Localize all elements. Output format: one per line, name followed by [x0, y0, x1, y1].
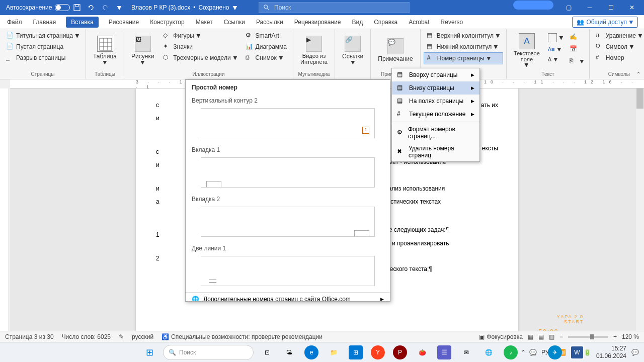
icons-button[interactable]: ✦Значки: [160, 41, 240, 52]
app-word[interactable]: W: [570, 345, 584, 359]
app-explorer[interactable]: 📁: [327, 345, 341, 359]
gallery-item-4[interactable]: [201, 256, 375, 286]
view-print-icon[interactable]: ▦: [528, 333, 533, 340]
undo-icon[interactable]: [84, 1, 98, 15]
word-count[interactable]: Число слов: 6025: [62, 333, 111, 340]
minimize-icon[interactable]: ─: [580, 1, 600, 15]
tab-acrobat[interactable]: Acrobat: [408, 17, 430, 28]
collapse-ribbon-icon[interactable]: ⌃: [636, 71, 641, 78]
pictures-button[interactable]: 🖼Рисунки⯆: [127, 30, 158, 70]
text-small-4[interactable]: ✍: [568, 32, 586, 42]
tab-mailings[interactable]: Рассылки: [255, 17, 284, 28]
footer-button[interactable]: ▤Нижний колонтитул⯆: [424, 41, 503, 52]
cover-page-button[interactable]: 📄Титульная страница⯆: [3, 30, 83, 41]
page-break-button[interactable]: ⎯Разрыв страницы: [3, 52, 83, 63]
tab-design[interactable]: Конструктор: [149, 17, 185, 28]
zoom-in-icon[interactable]: +: [613, 333, 617, 340]
tab-review[interactable]: Рецензирование: [293, 17, 342, 28]
tab-insert[interactable]: Вставка: [66, 17, 99, 28]
view-read-icon[interactable]: ▤: [538, 333, 544, 340]
tab-references[interactable]: Ссылки: [223, 17, 246, 28]
pn-top[interactable]: ▤Вверху страницы▶: [392, 68, 479, 81]
redo-icon[interactable]: [98, 1, 112, 15]
app-1[interactable]: 🌤: [282, 345, 296, 359]
window-mode-icon[interactable]: ▢: [558, 1, 579, 15]
app-p[interactable]: P: [393, 345, 407, 359]
textbox-button[interactable]: AТекстовое поле⯆: [510, 30, 544, 70]
smartart-button[interactable]: ⚙SmartArt: [243, 30, 290, 41]
pn-format[interactable]: ⚙Формат номеров страниц...: [392, 123, 479, 142]
taskbar-search[interactable]: 🔍Поиск: [163, 345, 254, 360]
equation-button[interactable]: πУравнение⯆: [593, 30, 644, 41]
app-store[interactable]: ⊞: [349, 345, 363, 359]
app-tomato[interactable]: 🍅: [415, 345, 429, 359]
gallery-more-office[interactable]: 🌐Дополнительные номера страниц с сайта O…: [186, 292, 390, 302]
gallery-item-3[interactable]: [201, 207, 375, 237]
video-button[interactable]: ▶Видео из Интернета: [296, 30, 332, 70]
tab-home[interactable]: Главная: [32, 17, 57, 28]
number-button[interactable]: #Номер: [593, 52, 644, 63]
language-indicator[interactable]: русский: [132, 333, 153, 340]
close-icon[interactable]: ✕: [622, 1, 642, 15]
share-button[interactable]: 👥 Общий доступ ⯆: [572, 17, 638, 28]
page-number-button[interactable]: #Номер страницы⯆: [424, 52, 503, 64]
scrollbar-vertical[interactable]: [636, 88, 644, 345]
spell-icon[interactable]: ✎: [119, 333, 124, 340]
gallery-item-2[interactable]: [201, 157, 375, 188]
tab-reverso[interactable]: Reverso: [440, 17, 464, 28]
pn-remove[interactable]: ✖Удалить номера страниц: [392, 142, 479, 161]
chart-button[interactable]: 📊Диаграмма: [243, 41, 290, 52]
app-chrome[interactable]: 🌐: [481, 345, 496, 359]
view-web-icon[interactable]: ▥: [549, 333, 554, 340]
tab-file[interactable]: Файл: [6, 17, 23, 28]
tab-view[interactable]: Вид: [351, 17, 364, 28]
table-button[interactable]: Таблица⯆: [89, 30, 121, 70]
app-telegram[interactable]: ✈: [548, 345, 562, 359]
tab-help[interactable]: Справка: [373, 17, 398, 28]
screenshot-button[interactable]: ⎙Снимок⯆: [243, 52, 290, 63]
title-dropdown-icon[interactable]: ⯆: [232, 5, 237, 11]
text-small-3[interactable]: A⯆: [546, 55, 566, 63]
symbol-button[interactable]: ΩСимвол⯆: [593, 41, 644, 52]
app-yandex[interactable]: Y: [371, 345, 385, 359]
accessibility-status[interactable]: ♿Специальные возможности: проверьте реко…: [162, 333, 323, 340]
pn-margins[interactable]: ▤На полях страницы▶: [392, 95, 479, 108]
text-small-1[interactable]: ⯆: [546, 32, 566, 43]
blank-page-button[interactable]: 📄Пустая страница: [3, 41, 83, 52]
tab-layout[interactable]: Макет: [195, 17, 214, 28]
gallery-item-1[interactable]: 1: [201, 108, 375, 138]
focus-mode[interactable]: ▣Фокусировка: [479, 333, 523, 340]
app-todo[interactable]: ☰: [437, 345, 451, 359]
scroll-thumb[interactable]: [636, 88, 643, 109]
tab-draw[interactable]: Рисование: [108, 17, 140, 28]
start-button[interactable]: ⊞: [142, 345, 156, 359]
links-button[interactable]: 🔗Ссылки⯆: [338, 30, 367, 70]
ruler-vertical[interactable]: [0, 88, 9, 345]
comment-button[interactable]: 💬Примечание: [374, 30, 417, 70]
save-icon[interactable]: [70, 1, 84, 15]
zoom-slider[interactable]: [568, 336, 608, 338]
autosave-toggle[interactable]: [55, 4, 70, 11]
search-box[interactable]: Поиск: [259, 2, 410, 13]
app-spotify[interactable]: ♪: [504, 345, 518, 359]
text-small-2[interactable]: A≡⯆: [546, 45, 566, 53]
tray-notifications-icon[interactable]: 💬: [631, 349, 639, 356]
header-button[interactable]: ▤Верхний колонтитул⯆: [424, 30, 503, 41]
text-small-5[interactable]: 📅: [568, 44, 586, 54]
maximize-icon[interactable]: ☐: [601, 1, 621, 15]
shapes-button[interactable]: ◇Фигуры⯆: [160, 30, 240, 41]
pn-bottom[interactable]: ▤Внизу страницы▶: [392, 81, 479, 95]
task-view-icon[interactable]: ⊡: [260, 345, 274, 359]
app-edge[interactable]: e: [304, 345, 318, 359]
text-small-6[interactable]: ⎘⯆: [568, 56, 586, 66]
3dmodels-button[interactable]: ⬡Трехмерные модели⯆: [160, 52, 240, 63]
zoom-level[interactable]: 120 %: [622, 333, 639, 340]
qat-dropdown-icon[interactable]: ⯆: [112, 1, 126, 15]
app-mail[interactable]: ✉: [459, 345, 473, 359]
tray-clock[interactable]: 15:2701.06.2024: [596, 345, 626, 359]
user-account[interactable]: [513, 1, 553, 10]
pn-current[interactable]: #Текущее положение▶: [392, 108, 479, 121]
zoom-out-icon[interactable]: −: [559, 333, 563, 340]
app-chat[interactable]: 💬: [526, 345, 540, 359]
page-indicator[interactable]: Страница 3 из 30: [5, 333, 54, 340]
